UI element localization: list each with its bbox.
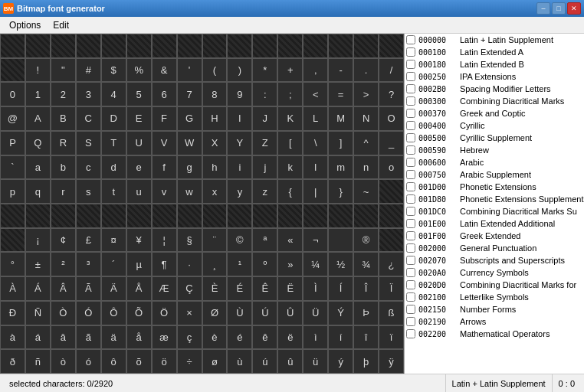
char-cell[interactable] [51,204,76,228]
char-cell[interactable] [277,204,303,228]
char-cell[interactable]: ¶ [152,252,177,276]
char-cell[interactable]: © [227,228,252,253]
char-cell[interactable]: K [277,106,303,131]
char-cell[interactable]: ( [202,58,228,83]
char-cell[interactable]: O [379,106,404,131]
unicode-checkbox[interactable] [406,256,415,265]
char-cell[interactable]: 4 [101,82,126,106]
char-cell[interactable]: D [101,106,126,131]
char-cell[interactable]: Ã [76,276,101,301]
char-cell[interactable]: ô [101,349,126,374]
unicode-checkbox[interactable] [406,60,415,69]
char-cell[interactable]: ~ [353,179,379,204]
char-cell[interactable]: B [51,106,76,131]
unicode-checkbox[interactable] [406,47,415,57]
menu-options[interactable]: Options [3,18,47,32]
char-cell[interactable]: Ü [303,301,328,325]
unicode-list-item[interactable]: 002100Letterlike Symbols [405,291,584,303]
char-cell[interactable]: « [277,228,303,253]
char-cell[interactable] [0,228,25,253]
unicode-checkbox[interactable] [406,268,415,277]
char-cell[interactable]: þ [353,349,379,374]
char-cell[interactable]: ? [379,82,404,106]
char-cell[interactable]: I [227,106,252,131]
char-cell[interactable]: Q [25,131,51,155]
char-cell[interactable]: L [303,106,328,131]
char-cell[interactable]: k [277,155,303,180]
char-cell[interactable]: § [177,228,202,253]
char-cell[interactable]: ® [353,228,379,253]
char-cell[interactable]: ò [51,349,76,374]
char-cell[interactable]: 2 [51,82,76,106]
char-cell[interactable]: n [353,155,379,180]
char-cell[interactable] [227,204,252,228]
char-cell[interactable]: i [227,155,252,180]
char-cell[interactable]: ¨ [202,228,228,253]
char-cell[interactable]: f [152,155,177,180]
char-cell[interactable] [202,34,228,58]
char-cell[interactable] [101,34,126,58]
char-cell[interactable]: Ñ [25,301,51,325]
char-cell[interactable]: Ä [101,276,126,301]
unicode-list[interactable]: 000000Latin + Latin Supplement000100Lati… [405,34,584,374]
char-cell[interactable]: ­ [328,228,353,253]
char-cell[interactable]: ß [379,301,404,325]
char-cell[interactable]: ñ [25,349,51,374]
char-cell[interactable]: ¥ [126,228,152,253]
char-cell[interactable]: ø [202,349,228,374]
char-cell[interactable]: ½ [328,252,353,276]
char-cell[interactable]: > [353,82,379,106]
char-cell[interactable]: ÿ [379,349,404,374]
char-cell[interactable] [25,34,51,58]
unicode-list-item[interactable]: 000000Latin + Latin Supplement [405,34,584,46]
unicode-list-item[interactable]: 0020A0Currency Symbols [405,266,584,279]
char-cell[interactable]: µ [126,252,152,276]
char-cell[interactable]: õ [126,349,152,374]
char-cell[interactable]: î [353,325,379,350]
unicode-checkbox[interactable] [406,170,415,179]
char-cell[interactable]: y [227,179,252,204]
char-cell[interactable]: û [277,349,303,374]
char-cell[interactable]: l [303,155,328,180]
char-cell[interactable]: * [252,58,277,83]
char-cell[interactable]: ; [277,82,303,106]
char-cell[interactable]: 6 [152,82,177,106]
unicode-checkbox[interactable] [406,207,415,216]
char-cell[interactable] [379,179,404,204]
unicode-checkbox[interactable] [406,182,415,191]
char-cell[interactable]: É [227,276,252,301]
char-cell[interactable]: 0 [0,82,25,106]
unicode-list-item[interactable]: 000180Latin Extended B [405,58,584,70]
char-cell[interactable]: º [252,252,277,276]
char-cell[interactable]: ¼ [303,252,328,276]
char-cell[interactable]: _ [379,131,404,155]
unicode-list-item[interactable]: 002000General Punctuation [405,242,584,254]
char-cell[interactable]: % [126,58,152,83]
char-cell[interactable]: Ê [252,276,277,301]
unicode-list-item[interactable]: 000500Cyrillic Supplement [405,132,584,144]
char-cell[interactable]: ´ [101,252,126,276]
unicode-checkbox[interactable] [406,292,415,302]
char-cell[interactable] [152,34,177,58]
char-cell[interactable]: ¢ [51,228,76,253]
char-cell[interactable]: Ú [252,301,277,325]
char-cell[interactable]: Å [126,276,152,301]
char-cell[interactable]: ë [277,325,303,350]
unicode-list-item[interactable]: 002200Mathematical Operators [405,328,584,340]
unicode-checkbox[interactable] [406,194,415,204]
unicode-list-item[interactable]: 000300Combining Diacritical Marks [405,95,584,107]
char-cell[interactable]: Â [51,276,76,301]
char-cell[interactable]: ì [303,325,328,350]
char-cell[interactable] [328,204,353,228]
char-cell[interactable]: r [51,179,76,204]
char-cell[interactable]: " [51,58,76,83]
unicode-list-item[interactable]: 001D00Phonetic Extensions [405,181,584,193]
char-cell[interactable]: Ù [227,301,252,325]
char-cell[interactable]: : [252,82,277,106]
char-cell[interactable]: X [202,131,228,155]
unicode-list-item[interactable]: 002190Arrows [405,315,584,328]
char-cell[interactable]: M [328,106,353,131]
char-cell[interactable] [126,34,152,58]
char-cell[interactable]: # [76,58,101,83]
char-cell[interactable]: Æ [152,276,177,301]
